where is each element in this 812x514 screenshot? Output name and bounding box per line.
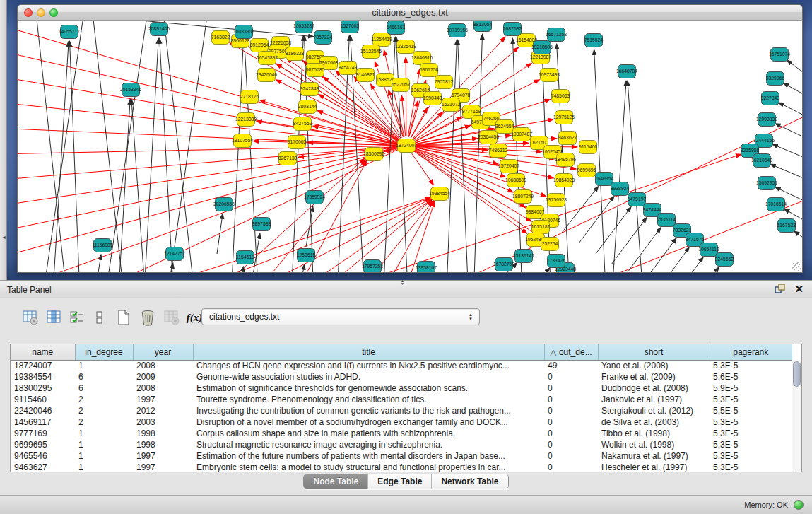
tab-node-table[interactable]: Node Table (304, 474, 367, 489)
graph-node[interactable]: 15751074 (769, 48, 790, 62)
trash-icon[interactable] (139, 308, 157, 327)
resize-handle[interactable] (792, 262, 801, 271)
graph-node[interactable]: 12093832 (756, 113, 777, 127)
graph-node[interactable]: 2687682 (503, 23, 522, 36)
graph-node[interactable]: 16210643 (751, 154, 772, 168)
graph-node[interactable]: 16648784 (616, 65, 637, 78)
graph-node[interactable]: 9875685 (306, 64, 325, 77)
graph-node[interactable]: 7515524 (584, 34, 604, 47)
graph-node[interactable]: 15136141 (513, 250, 534, 263)
network-window[interactable]: citations_edges.txt 18724007183002951938… (17, 4, 803, 273)
graph-node[interactable]: 18807249 (512, 190, 534, 204)
graph-node[interactable]: 20153346 (120, 83, 141, 97)
graph-node[interactable]: 15122545 (360, 45, 382, 59)
graph-node[interactable]: 7486312 (489, 144, 508, 158)
graph-node[interactable]: 19854923 (553, 174, 575, 187)
graph-node[interactable]: 19384554 (429, 187, 450, 201)
table-row[interactable]: 969969511998Structural magnetic resonanc… (11, 439, 792, 450)
graph-node[interactable]: 6466161 (387, 21, 406, 35)
graph-node[interactable]: 9242848 (300, 83, 319, 96)
graph-node[interactable]: 12213389 (235, 113, 257, 127)
graph-node[interactable]: 9146821 (356, 69, 375, 82)
tab-edge-table[interactable]: Edge Table (367, 474, 431, 489)
collapse-arrow-icon[interactable]: ◄ (1, 235, 6, 240)
collapsed-panel-strip[interactable]: ◄ (0, 0, 7, 280)
graph-node[interactable]: 2718176 (240, 90, 259, 104)
new-file-icon[interactable] (114, 308, 133, 327)
graph-node[interactable]: 9227343 (761, 92, 780, 105)
graph-node[interactable]: 8454749 (339, 62, 358, 75)
graph-node[interactable]: 1640954 (595, 173, 614, 186)
table-row[interactable]: 1830029562008Estimation of significance … (11, 382, 792, 394)
graph-node[interactable]: 1250515 (297, 249, 316, 262)
graph-node[interactable]: 1527602 (341, 21, 360, 33)
graph-node[interactable]: 17957253 (362, 260, 383, 273)
graph-node[interactable]: 10973493 (539, 69, 560, 82)
network-window-titlebar[interactable]: citations_edges.txt (18, 5, 802, 21)
graph-node[interactable]: 20206556 (213, 198, 235, 211)
splitter-grip-icon[interactable]: ▲▼ (401, 279, 404, 285)
tab-network-table[interactable]: Network Table (431, 474, 507, 489)
graph-node[interactable]: 2803144 (298, 100, 317, 114)
graph-node[interactable]: 9170065 (288, 136, 307, 149)
graph-node[interactable]: 9245652 (715, 253, 734, 267)
graph-node[interactable]: 17016514 (765, 198, 787, 211)
graph-node[interactable]: 19756928 (546, 194, 567, 207)
graph-node[interactable]: 20891406 (148, 23, 170, 36)
table-row[interactable]: 946362711997Embryonic stem cells: a mode… (11, 462, 792, 473)
graph-node[interactable]: 18640910 (411, 52, 433, 65)
graph-node[interactable]: 9329966 (766, 72, 785, 86)
graph-node[interactable]: 8427552 (293, 117, 312, 131)
graph-node[interactable]: 1167533 (777, 219, 796, 233)
rows-icon[interactable] (90, 308, 109, 327)
graph-node[interactable]: 11156889 (92, 239, 112, 252)
table-mode-icon[interactable] (21, 308, 40, 327)
table-row[interactable]: 2242004622012Investigating the contribut… (11, 405, 792, 416)
column-header-year[interactable]: year (133, 344, 193, 360)
graph-node[interactable]: 7163822 (211, 31, 230, 45)
table-row[interactable]: 946554611997Estimation of the future num… (11, 450, 792, 462)
column-header-title[interactable]: title (193, 344, 544, 360)
graph-node[interactable]: 1990448 (423, 92, 442, 105)
graph-node[interactable]: 10688609 (505, 174, 526, 187)
graph-node[interactable]: 252254 (541, 238, 559, 251)
graph-node[interactable]: 11254419 (371, 33, 392, 47)
graph-node[interactable]: 18107554 (232, 134, 253, 148)
graph-node[interactable]: 6961758 (420, 64, 439, 77)
graph-node[interactable]: 7857224 (314, 31, 333, 45)
table-row[interactable]: 977716911998Corpus callosum shape and si… (11, 428, 792, 439)
network-graph-canvas[interactable]: 1872400718300295193845547163822896012889… (18, 21, 802, 272)
float-panel-icon[interactable] (775, 284, 786, 295)
graph-node[interactable]: 2935114 (657, 214, 676, 227)
graph-node[interactable]: 15692951 (756, 177, 777, 190)
graph-node[interactable]: 16671358 (546, 28, 567, 42)
graph-node[interactable]: 19218506 (531, 41, 553, 54)
graph-node[interactable]: 14055717 (59, 25, 80, 39)
graph-node[interactable]: 6522057 (392, 78, 411, 92)
checklist-icon[interactable] (68, 308, 86, 327)
graph-node[interactable]: 8267130 (278, 152, 298, 165)
graph-node[interactable]: 16543892 (257, 52, 278, 65)
scrollbar-thumb[interactable] (793, 361, 801, 387)
graph-node[interactable]: 8938924 (611, 182, 630, 196)
graph-node[interactable]: 6479197 (628, 193, 647, 206)
graph-node[interactable]: 23420046 (256, 69, 277, 82)
table-row[interactable]: 1456911722003Disruption of a novel membe… (11, 416, 792, 428)
column-header-name[interactable]: name (11, 344, 75, 360)
table-scrollbar[interactable] (792, 360, 801, 472)
graph-node[interactable]: 10719155 (447, 24, 468, 37)
table-row[interactable]: 911546021997Tourette syndrome. Phenomeno… (11, 394, 792, 405)
graph-node[interactable]: 1733426 (547, 255, 566, 268)
graph-node[interactable]: 20364456 (478, 131, 499, 144)
column-visibility-icon[interactable] (45, 308, 64, 327)
graph-node[interactable]: 18300295 (363, 148, 384, 161)
graph-node[interactable]: 13958167 (416, 262, 437, 273)
column-header-out_de[interactable]: △ out_de... (544, 344, 598, 360)
graph-node[interactable]: 9115460 (579, 141, 597, 154)
graph-node[interactable]: 16033809 (233, 25, 254, 39)
graph-node[interactable]: 10807487 (511, 128, 532, 141)
column-header-in_degree[interactable]: in_degree (75, 344, 133, 360)
graph-node[interactable]: 9699695 (577, 164, 596, 177)
graph-node[interactable]: 12975125 (553, 111, 575, 124)
graph-node[interactable]: 15720407 (498, 160, 519, 173)
